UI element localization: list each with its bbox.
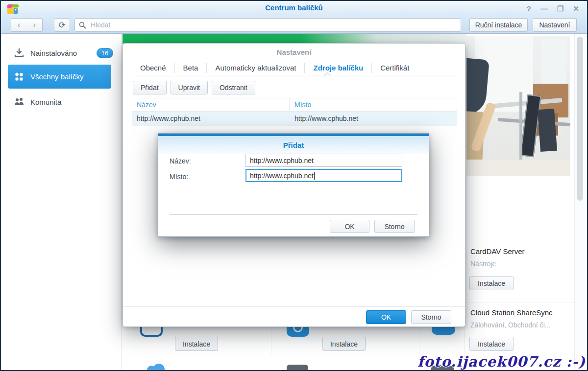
people-icon xyxy=(14,97,24,107)
download-icon xyxy=(14,48,24,58)
settings-ok-button[interactable]: OK xyxy=(366,310,406,324)
card-divider xyxy=(465,302,574,302)
settings-cancel-button[interactable]: Storno xyxy=(411,310,451,324)
refresh-button[interactable]: ⟳ xyxy=(54,18,70,32)
tab-beta[interactable]: Beta xyxy=(175,63,207,73)
cell-name: http://www.cphub.net xyxy=(132,115,290,122)
package-name: Cloud Station ShareSync xyxy=(470,308,553,317)
table-header: Název Místo xyxy=(132,98,457,112)
install-button[interactable]: Instalace xyxy=(175,337,218,351)
column-header-name[interactable]: Název xyxy=(132,98,290,111)
add-dialog: Přidat Název: Místo: http://www.cphub.ne… xyxy=(158,133,429,237)
tab-package-sources[interactable]: Zdroje balíčku xyxy=(305,63,372,73)
cell-location: http://www.cphub.net xyxy=(290,115,457,122)
chevron-right-icon: › xyxy=(33,20,36,30)
search-input[interactable] xyxy=(90,21,457,29)
install-button[interactable]: Instalace xyxy=(322,337,366,351)
tab-general[interactable]: Obecné xyxy=(132,63,175,73)
watermark: foto.ijacek007.cz :-) xyxy=(417,353,586,370)
package-icon xyxy=(432,327,455,335)
sidebar-item-label: Všechny balíčky xyxy=(30,72,83,81)
manual-install-button[interactable]: Ruční instalace xyxy=(469,18,528,32)
name-field[interactable] xyxy=(245,154,402,167)
forward-button[interactable]: › xyxy=(26,18,43,32)
promo-banner xyxy=(122,34,466,44)
install-button[interactable]: Instalace xyxy=(469,337,514,351)
close-icon[interactable]: ✕ xyxy=(573,4,579,13)
package-icon xyxy=(147,364,170,371)
text-caret xyxy=(314,172,315,180)
minimize-icon[interactable]: — xyxy=(540,4,548,13)
search-box[interactable] xyxy=(74,18,461,32)
add-cancel-button[interactable]: Storno xyxy=(374,220,415,233)
remove-source-button[interactable]: Odstranit xyxy=(212,81,255,94)
table-row[interactable]: http://www.cphub.net http://www.cphub.ne… xyxy=(132,112,457,126)
grid-divider xyxy=(271,327,271,356)
package-category: Nástroje xyxy=(470,260,496,268)
add-dialog-title: Přidat xyxy=(158,136,429,154)
row-divider xyxy=(122,356,465,356)
tab-certificate[interactable]: Certifikát xyxy=(372,63,417,73)
sidebar-item-community[interactable]: Komunita xyxy=(8,93,113,111)
sidebar-item-installed[interactable]: Nainstalováno 16 xyxy=(8,44,113,62)
scrollbar xyxy=(574,34,585,370)
package-icon xyxy=(140,327,163,337)
chevron-left-icon: ‹ xyxy=(18,20,21,30)
sidebar-item-label: Komunita xyxy=(30,98,61,106)
package-category: Zálohování, Obchodní či... xyxy=(470,321,550,329)
sidebar-item-label: Nainstalováno xyxy=(30,49,77,57)
sidebar-item-all-packages[interactable]: Všechny balíčky xyxy=(8,65,111,89)
footer-divider xyxy=(123,306,465,307)
name-field-label: Název: xyxy=(170,157,191,165)
package-icon xyxy=(287,365,308,371)
install-button[interactable]: Instalace xyxy=(469,276,514,290)
help-icon[interactable]: ? xyxy=(527,4,531,13)
package-icon xyxy=(287,327,309,337)
search-icon xyxy=(79,22,86,29)
settings-tabs: Obecné Beta Automaticky aktualizovat Zdr… xyxy=(132,60,417,76)
banner-photo xyxy=(466,36,570,176)
add-ok-button[interactable]: OK xyxy=(330,220,369,233)
settings-dialog-title: Nastavení xyxy=(123,48,465,56)
edit-source-button[interactable]: Upravit xyxy=(171,81,208,94)
sources-table: Název Místo http://www.cphub.net http://… xyxy=(132,98,457,126)
scrollbar-thumb[interactable] xyxy=(577,37,583,201)
grid-divider xyxy=(419,327,419,356)
column-header-location[interactable]: Místo xyxy=(290,98,457,111)
location-field-value: http://www.cphub.net xyxy=(250,172,314,180)
location-field-label: Místo: xyxy=(170,173,188,181)
tab-underline xyxy=(132,76,456,76)
sidebar: Nainstalováno 16 Všechny balíčky Komunit… xyxy=(1,34,122,370)
back-button[interactable]: ‹ xyxy=(11,18,27,32)
window-title: Centrum balíčků xyxy=(0,0,588,16)
package-name: CardDAV Server xyxy=(470,247,525,255)
refresh-icon: ⟳ xyxy=(58,20,65,30)
tab-auto-update[interactable]: Automaticky aktualizovat xyxy=(207,63,305,73)
installed-count-badge: 16 xyxy=(97,48,113,58)
add-dialog-divider xyxy=(170,214,417,215)
settings-button[interactable]: Nastavení xyxy=(533,18,577,32)
title-bar: Centrum balíčků ? — ❒ ✕ ‹ › ⟳ Ruční inst… xyxy=(0,0,588,34)
maximize-icon[interactable]: ❒ xyxy=(557,4,564,13)
add-source-button[interactable]: Přidat xyxy=(133,81,167,94)
location-field[interactable]: http://www.cphub.net xyxy=(245,169,402,182)
grid-icon xyxy=(14,72,24,82)
